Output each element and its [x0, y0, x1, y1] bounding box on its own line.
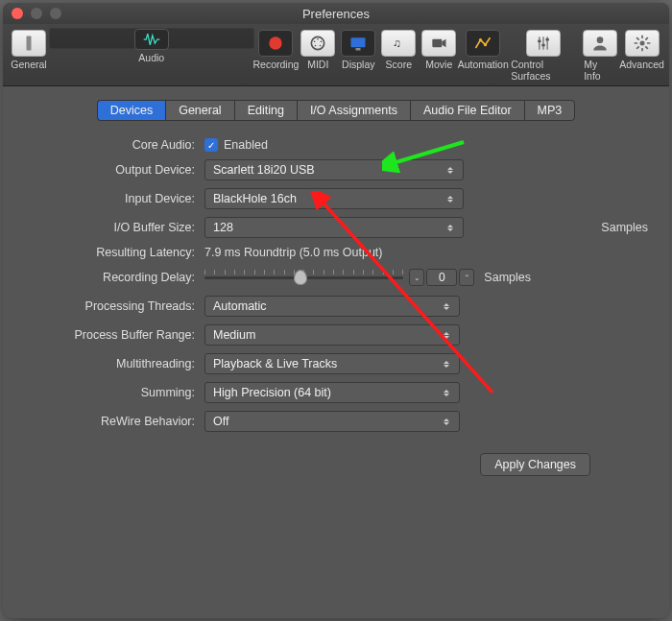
- chevron-updown-icon: [444, 160, 457, 179]
- recording-delay-stepper: ⌄ 0 ⌃: [409, 269, 474, 286]
- svg-rect-8: [351, 37, 366, 47]
- toolbar-midi[interactable]: MIDI: [298, 28, 338, 84]
- core-audio-text: Enabled: [224, 138, 268, 152]
- toolbar-movie[interactable]: Movie: [419, 28, 459, 84]
- svg-point-7: [317, 38, 319, 40]
- latency-label: Resulting Latency:: [24, 246, 197, 259]
- process-buffer-range-label: Process Buffer Range:: [24, 328, 197, 342]
- chevron-updown-icon: [444, 218, 457, 237]
- summing-select[interactable]: High Precision (64 bit): [204, 382, 460, 403]
- svg-point-20: [597, 36, 604, 43]
- automation-icon: [466, 30, 500, 57]
- content-area: Devices General Editing I/O Assignments …: [3, 86, 669, 618]
- tab-bar: Devices General Editing I/O Assignments …: [24, 100, 648, 121]
- devices-form: Core Audio: ✓ Enabled Output Device: Sca…: [24, 138, 648, 432]
- svg-rect-15: [542, 36, 544, 49]
- window-title: Preferences: [3, 7, 669, 21]
- score-icon: ♫: [381, 30, 416, 57]
- tab-io-assignments[interactable]: I/O Assignments: [297, 100, 410, 121]
- io-buffer-select[interactable]: 128: [204, 217, 464, 238]
- svg-text:♫: ♫: [393, 36, 401, 49]
- svg-rect-0: [27, 36, 32, 51]
- chevron-updown-icon: [440, 297, 453, 316]
- preferences-window: Preferences General Audio Recording MIDI…: [3, 3, 669, 618]
- svg-rect-9: [356, 48, 361, 51]
- apply-row: Apply Changes: [24, 453, 648, 476]
- audio-icon: [134, 29, 169, 50]
- svg-point-1: [270, 36, 282, 49]
- toolbar: General Audio Recording MIDI Display ♫ S…: [3, 24, 669, 86]
- output-device-select[interactable]: Scarlett 18i20 USB: [204, 159, 464, 180]
- recording-delay-label: Recording Delay:: [24, 271, 197, 284]
- recording-icon: [258, 30, 293, 57]
- svg-rect-18: [542, 44, 545, 47]
- toolbar-score[interactable]: ♫ Score: [378, 28, 419, 84]
- svg-point-12: [479, 38, 482, 41]
- rewire-select[interactable]: Off: [204, 411, 460, 432]
- toolbar-control-surfaces[interactable]: Control Surfaces: [507, 28, 580, 84]
- recording-delay-value[interactable]: 0: [426, 269, 457, 286]
- output-device-label: Output Device:: [24, 163, 197, 177]
- chevron-updown-icon: [440, 325, 453, 345]
- svg-point-4: [321, 41, 323, 43]
- my-info-icon: [583, 30, 617, 57]
- latency-value: 7.9 ms Roundtrip (5.0 ms Output): [204, 246, 648, 259]
- toolbar-automation[interactable]: Automation: [459, 28, 507, 84]
- svg-line-28: [636, 46, 639, 49]
- stepper-down[interactable]: ⌄: [409, 269, 424, 286]
- io-buffer-label: I/O Buffer Size:: [24, 221, 197, 234]
- core-audio-checkbox[interactable]: ✓: [204, 138, 218, 152]
- input-device-label: Input Device:: [24, 192, 197, 205]
- core-audio-label: Core Audio:: [24, 138, 197, 152]
- svg-rect-11: [433, 39, 443, 47]
- chevron-updown-icon: [440, 383, 453, 402]
- display-icon: [341, 30, 375, 57]
- io-buffer-suffix: Samples: [597, 221, 648, 234]
- toolbar-audio[interactable]: Audio: [49, 28, 254, 49]
- svg-point-21: [639, 41, 644, 46]
- tab-general[interactable]: General: [165, 100, 233, 121]
- svg-point-5: [315, 45, 317, 47]
- recording-delay-suffix: Samples: [480, 271, 531, 284]
- process-buffer-range-select[interactable]: Medium: [204, 324, 460, 346]
- stepper-up[interactable]: ⌃: [459, 269, 474, 286]
- general-icon: [12, 30, 46, 57]
- rewire-label: ReWire Behavior:: [24, 415, 197, 428]
- input-device-select[interactable]: BlackHole 16ch: [204, 188, 464, 209]
- apply-changes-button[interactable]: Apply Changes: [480, 453, 590, 476]
- svg-point-13: [484, 43, 487, 46]
- movie-icon: [421, 30, 456, 57]
- midi-icon: [300, 30, 335, 57]
- svg-line-29: [645, 37, 648, 40]
- svg-rect-19: [546, 38, 549, 41]
- tab-audio-file-editor[interactable]: Audio File Editor: [410, 100, 524, 121]
- control-surfaces-icon: [526, 30, 561, 57]
- svg-point-3: [314, 41, 316, 43]
- tab-mp3[interactable]: MP3: [524, 100, 576, 121]
- svg-line-26: [636, 37, 639, 40]
- recording-delay-slider[interactable]: [204, 267, 403, 288]
- processing-threads-label: Processing Threads:: [24, 299, 197, 313]
- titlebar: Preferences: [3, 3, 669, 24]
- svg-rect-17: [538, 40, 540, 43]
- processing-threads-select[interactable]: Automatic: [204, 296, 460, 317]
- multithreading-select[interactable]: Playback & Live Tracks: [204, 353, 460, 374]
- advanced-icon: [625, 30, 660, 57]
- svg-point-6: [320, 45, 322, 47]
- toolbar-display[interactable]: Display: [338, 28, 378, 84]
- toolbar-recording[interactable]: Recording: [254, 28, 299, 84]
- svg-line-27: [645, 46, 648, 49]
- tab-editing[interactable]: Editing: [234, 100, 297, 121]
- summing-label: Summing:: [24, 386, 197, 399]
- toolbar-general[interactable]: General: [9, 28, 49, 84]
- chevron-updown-icon: [444, 189, 457, 208]
- svg-rect-14: [539, 36, 540, 49]
- chevron-updown-icon: [440, 354, 453, 373]
- toolbar-advanced[interactable]: Advanced: [620, 28, 663, 84]
- toolbar-my-info[interactable]: My Info: [580, 28, 620, 84]
- tab-devices[interactable]: Devices: [97, 100, 165, 121]
- slider-thumb[interactable]: [294, 270, 307, 285]
- multithreading-label: Multithreading:: [24, 357, 197, 370]
- chevron-updown-icon: [440, 412, 453, 431]
